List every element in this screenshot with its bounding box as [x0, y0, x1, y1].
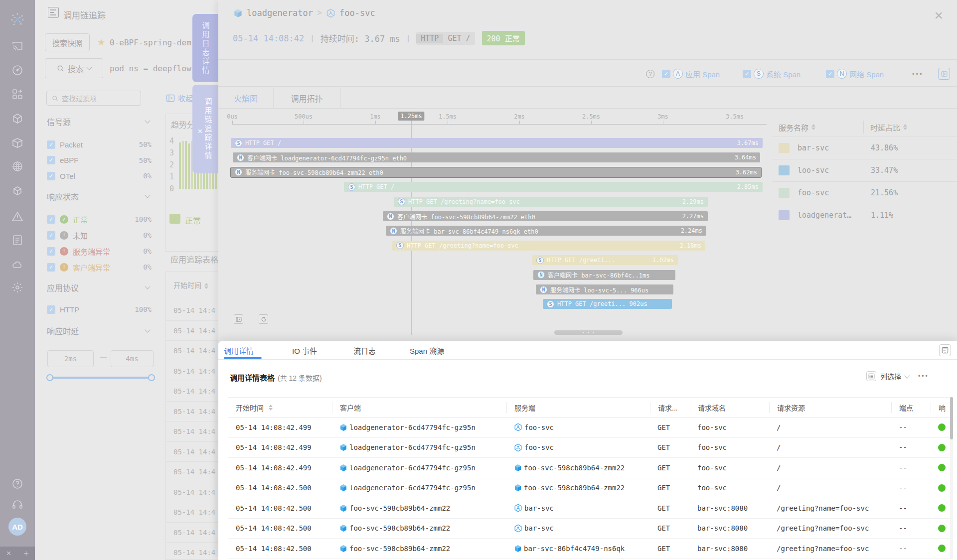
flame-span-bar[interactable]: S HTTP GET /greeti...1.02ms [532, 255, 678, 265]
checkbox[interactable]: ✓ [826, 70, 834, 78]
legend-col-latency[interactable]: 时延占比 [870, 122, 900, 133]
table-row[interactable]: 05-14 14:08:42.499 loadgenerator-6cd4779… [228, 458, 953, 478]
legend-row[interactable]: bar-svc 43.86% [772, 137, 957, 159]
tab-add-icon[interactable]: + [24, 549, 29, 559]
drawer-tab-call-log[interactable]: 调用日志详情 [192, 14, 218, 82]
more-options-icon[interactable]: ••• [912, 66, 924, 81]
workload-cube-icon[interactable] [0, 110, 35, 127]
dashboard-gauge-icon[interactable] [0, 62, 35, 79]
flame-horizontal-scrollbar[interactable] [554, 330, 623, 335]
legend-row[interactable]: loadgenerat… 1.11% [772, 204, 957, 226]
column-picker-label[interactable]: 列选择 [880, 371, 901, 381]
latency-min-input[interactable]: 2ms [47, 350, 94, 367]
settings-gear-icon[interactable] [0, 279, 35, 296]
latency-max-input[interactable]: 4ms [111, 350, 154, 367]
find-filter-input[interactable]: 查找过滤项 [46, 91, 141, 106]
column-picker-icon[interactable] [866, 371, 876, 381]
legend-row[interactable]: foo-svc 21.56% [772, 181, 957, 204]
alert-triangle-icon[interactable] [0, 208, 35, 225]
column-header[interactable]: 请求域名 [690, 402, 769, 413]
tab-流日志[interactable]: 流日志 [353, 341, 376, 359]
table-row[interactable]: 05-14 14:08:42.499 loadgenerator-6cd4779… [228, 438, 953, 458]
checkbox[interactable]: ✓ [47, 231, 55, 240]
resource-cube-icon[interactable] [0, 183, 35, 200]
flame-span-bar[interactable]: S HTTP GET /greeti... 902us [543, 299, 672, 309]
tab-调用拓扑[interactable]: 调用拓扑 [273, 88, 340, 109]
table-row[interactable]: 05-14 14:08:42.500 foo-svc-598cb89b64-zm… [228, 498, 953, 519]
table-row[interactable]: 05-14 14:08:42.500 foo-svc-598cb89b64-zm… [228, 519, 953, 539]
tab-火焰图[interactable]: 火焰图 [218, 88, 273, 109]
favorite-star-icon[interactable]: ★ [97, 37, 105, 48]
legend-col-service[interactable]: 服务名称 [779, 122, 808, 133]
sort-icon[interactable] [811, 124, 815, 130]
checkbox[interactable]: ✓ [47, 156, 55, 164]
snapshot-name[interactable]: 0-eBPF-spring-dem [110, 38, 192, 47]
column-header[interactable]: 开始时间 [228, 402, 332, 413]
span-toggle-label[interactable]: 网络 Span [849, 69, 884, 79]
flame-expand-button[interactable] [234, 314, 243, 324]
breadcrumb-parent[interactable]: loadgenerator [247, 8, 313, 18]
tab-close-icon[interactable]: × [6, 549, 11, 559]
close-icon[interactable]: × [198, 127, 203, 137]
cast-icon[interactable] [0, 37, 35, 54]
deepflow-logo-icon[interactable] [0, 11, 35, 28]
flame-span-bar[interactable]: S HTTP GET /greeting?name=foo-svc2.18ms [392, 241, 705, 251]
table-row[interactable]: 05-14 14:08:42.500 foo-svc-598cb89b64-zm… [228, 539, 953, 559]
search-mode-select[interactable]: 搜索 [45, 58, 103, 78]
column-header[interactable]: 请求... [650, 402, 690, 413]
column-header[interactable]: 客户端 [332, 402, 506, 413]
flame-span-bar[interactable]: N 服务端网卡 foo-svc-598cb89b64-zmm22 eth03.6… [231, 167, 761, 177]
flame-span-bar[interactable]: S HTTP GET /3.67ms [231, 138, 763, 148]
drawer-tab-call-trace[interactable]: 调用链追踪详情 × [192, 85, 218, 173]
tab-Span 溯源[interactable]: Span 溯源 [410, 341, 444, 359]
sort-icon[interactable] [204, 283, 208, 289]
section-header[interactable]: 应用协议 [47, 281, 79, 293]
checkbox[interactable]: ✓ [662, 70, 670, 78]
breadcrumb-child[interactable]: foo-svc [339, 8, 375, 18]
expand-panel-icon[interactable] [938, 66, 950, 81]
help-circle-icon[interactable] [0, 475, 35, 492]
table-row[interactable]: 05-14 14:08:42.499 loadgenerator-6cd4779… [228, 418, 953, 438]
slider-handle-min[interactable] [46, 374, 53, 381]
column-header[interactable]: 服务端 [506, 402, 650, 413]
table-vertical-scrollbar[interactable] [950, 397, 953, 559]
flame-span-bar[interactable]: N 客户端网卡 foo-svc-598cb89b64-zmm22 eth02.2… [383, 211, 708, 221]
chevron-down-icon[interactable] [904, 373, 910, 378]
flame-span-bar[interactable]: N 客户端网卡 loadgenerator-6cd47794fc-gz95n e… [233, 152, 760, 162]
span-toggle-label[interactable]: 应用 Span [685, 69, 720, 79]
network-globe-icon[interactable] [0, 158, 35, 175]
log-list-icon[interactable] [0, 232, 35, 249]
checkbox[interactable]: ✓ [47, 263, 55, 272]
flame-span-bar[interactable]: N 服务端网卡 loo-svc-5... 966us [536, 284, 673, 294]
checkbox[interactable]: ✓ [47, 140, 55, 149]
table-row[interactable]: 05-14 14:08:42.500 loadgenerator-6cd4779… [228, 478, 953, 499]
section-header[interactable]: 信号源 [47, 116, 71, 128]
flame-span-bar[interactable]: S HTTP GET /greeting?name=foo-svc2.29ms [394, 197, 708, 207]
legend-row[interactable]: loo-svc 33.47% [772, 159, 957, 181]
app-replace-icon[interactable] [0, 86, 35, 103]
flame-span-bar[interactable]: S HTTP GET /2.85ms [344, 182, 763, 192]
package-box-icon[interactable] [0, 135, 35, 151]
span-toggle-label[interactable]: 系统 Span [766, 69, 800, 79]
checkbox[interactable]: ✓ [47, 247, 55, 256]
latency-slider[interactable] [50, 377, 152, 379]
sort-icon[interactable] [903, 124, 907, 130]
cloud-icon[interactable] [0, 256, 35, 273]
section-header[interactable]: 响应状态 [47, 190, 79, 202]
checkbox[interactable]: ✓ [47, 305, 55, 314]
tab-IO 事件[interactable]: IO 事件 [292, 341, 317, 359]
avatar[interactable]: AD [8, 518, 26, 536]
checkbox[interactable]: ✓ [47, 215, 55, 224]
modal-close-icon[interactable]: × [934, 8, 943, 23]
column-header[interactable]: 端点 [891, 402, 931, 413]
help-icon[interactable]: ? [646, 66, 654, 81]
slider-handle-max[interactable] [148, 374, 155, 381]
query-input[interactable]: pod_ns = deepflow [110, 64, 192, 73]
tab-调用详情[interactable]: 调用详情 [224, 341, 254, 359]
checkbox[interactable]: ✓ [47, 172, 55, 180]
more-options-icon[interactable]: ••• [918, 373, 929, 380]
flame-span-bar[interactable]: N 客户端网卡 bar-svc-86bf4c..1ms [533, 270, 675, 280]
support-headset-icon[interactable] [0, 496, 35, 513]
column-header[interactable]: 请求资源 [769, 402, 891, 413]
flame-span-bar[interactable]: N 服务端网卡 bar-svc-86bf4c4749-ns6qk eth02.2… [386, 226, 706, 236]
